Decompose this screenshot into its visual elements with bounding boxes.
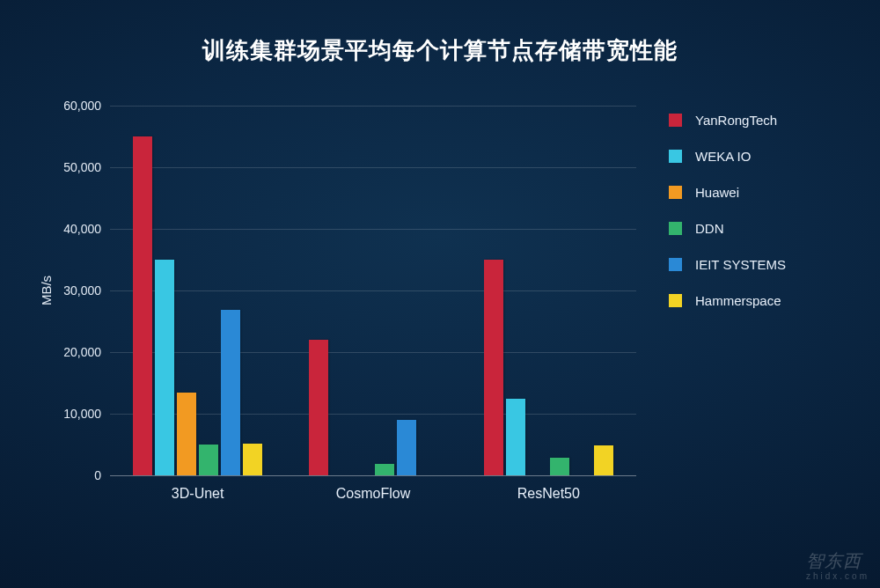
watermark-main: 智东西	[806, 551, 862, 570]
chart-plot-area: 010,00020,00030,00040,00050,00060,000 MB…	[110, 106, 636, 475]
bar	[375, 464, 394, 475]
grid-line	[110, 290, 636, 291]
y-tick-label: 50,000	[48, 160, 101, 174]
chart-title: 训练集群场景平均每个计算节点存储带宽性能	[0, 0, 880, 66]
legend-label: Hammerspace	[695, 293, 781, 308]
bar	[484, 260, 503, 475]
legend-swatch	[669, 222, 682, 235]
y-tick-label: 40,000	[48, 222, 101, 236]
legend-label: WEKA IO	[695, 149, 751, 164]
x-tick-label: CosmoFlow	[336, 486, 410, 502]
bar	[506, 399, 525, 476]
bar	[199, 445, 218, 475]
legend-label: Huawei	[695, 185, 739, 200]
y-tick-label: 20,000	[48, 345, 101, 359]
bar	[243, 444, 262, 475]
legend-item: Huawei	[669, 185, 786, 200]
legend-swatch	[669, 114, 682, 127]
grid-line	[110, 352, 636, 353]
bar	[594, 445, 613, 475]
watermark-sub: zhidx.com	[806, 571, 869, 581]
y-tick-label: 60,000	[48, 99, 101, 113]
y-tick-label: 30,000	[48, 283, 101, 298]
bar	[177, 393, 196, 476]
x-tick-label: ResNet50	[517, 486, 580, 502]
legend-label: IEIT SYSTEMS	[695, 257, 786, 272]
x-axis-line	[110, 475, 636, 476]
bar	[397, 420, 416, 475]
watermark: 智东西 zhidx.com	[806, 549, 869, 581]
x-tick-label: 3D-Unet	[172, 486, 224, 502]
legend-swatch	[669, 186, 682, 199]
legend-item: IEIT SYSTEMS	[669, 257, 786, 272]
y-axis-label: MB/s	[39, 276, 54, 305]
legend-label: YanRongTech	[695, 113, 777, 128]
legend-item: WEKA IO	[669, 149, 786, 164]
bar	[309, 340, 328, 475]
grid-line	[110, 229, 636, 230]
legend-swatch	[669, 294, 682, 307]
legend-item: YanRongTech	[669, 113, 786, 128]
legend-item: DDN	[669, 221, 786, 236]
legend-label: DDN	[695, 221, 724, 236]
legend-swatch	[669, 258, 682, 271]
bar	[221, 310, 240, 475]
legend: YanRongTechWEKA IOHuaweiDDNIEIT SYSTEMSH…	[669, 113, 786, 329]
bar	[133, 136, 152, 475]
bar	[550, 458, 569, 475]
grid-line	[110, 167, 636, 168]
y-tick-label: 0	[48, 468, 101, 482]
legend-swatch	[669, 150, 682, 163]
y-tick-label: 10,000	[48, 407, 101, 421]
legend-item: Hammerspace	[669, 293, 786, 308]
grid-line	[110, 106, 636, 107]
bar	[155, 260, 174, 475]
